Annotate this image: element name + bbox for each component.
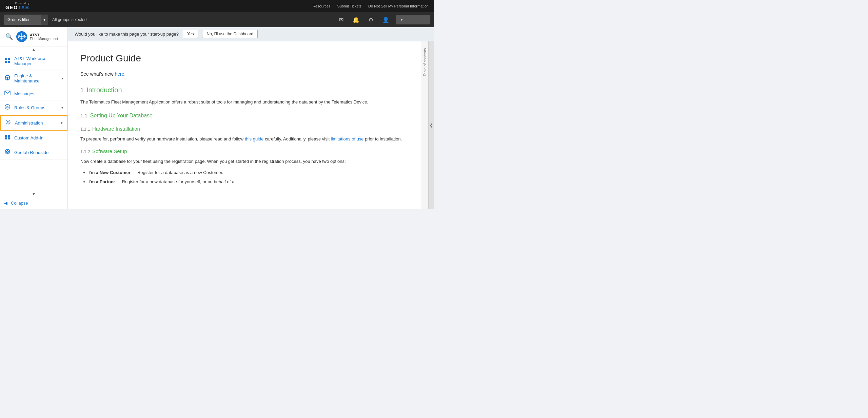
- section112-body: Now create a database for your fleet usi…: [80, 158, 409, 165]
- svg-rect-5: [8, 58, 10, 60]
- toc-label: Table of contents: [423, 48, 427, 76]
- yes-button[interactable]: Yes: [183, 30, 198, 38]
- section11-heading: 1.1 Setting Up Your Database: [80, 111, 409, 120]
- sidebar-item-messages[interactable]: Messages: [0, 87, 67, 100]
- toc-panel[interactable]: Table of contents: [421, 41, 428, 209]
- rules-chevron: ▾: [61, 106, 63, 110]
- administration-label: Administration: [15, 120, 57, 126]
- sidebar-scroll-down[interactable]: ▼: [0, 191, 67, 197]
- filter-bar-right: ✉ 🔔 ⚙ 👤 ▾: [336, 15, 430, 24]
- doc-collapse-arrow[interactable]: ❮: [428, 41, 434, 209]
- section111-body-mid: carefully. Additionally, please visit: [264, 136, 331, 141]
- section112-heading: 1.1.2 Software Setup: [80, 147, 409, 155]
- main-layout: 🔍 AT&T Fleet Management ▲: [0, 27, 434, 209]
- att-logo-svg: [18, 33, 26, 41]
- svg-point-9: [6, 77, 8, 79]
- no-dashboard-button[interactable]: No, I'll use the Dashboard: [202, 30, 258, 38]
- engine-label: Engine & Maintenance: [14, 73, 58, 83]
- sidebar-collapse-btn[interactable]: ◀ Collapse: [0, 197, 67, 209]
- svg-rect-13: [9, 77, 10, 78]
- sidebar-item-administration[interactable]: Administration ▾: [0, 115, 67, 131]
- administration-chevron: ▾: [61, 121, 63, 125]
- doc-content: Product Guide See what's new here. 1 Int…: [68, 41, 421, 209]
- svg-rect-10: [7, 75, 8, 76]
- section1-body: The Telematics Fleet Management Applicat…: [80, 99, 409, 106]
- workforce-label: AT&T Workforce Manager: [14, 56, 63, 66]
- search-icon[interactable]: 🔍: [5, 33, 13, 40]
- groups-filter-label: Groups filter: [7, 17, 29, 22]
- svg-point-18: [7, 121, 9, 123]
- section111-body-pre: To prepare for, perform and verify your …: [80, 136, 245, 141]
- list-item-1-bold: I'm a Partner: [88, 179, 115, 184]
- rules-label: Rules & Groups: [14, 105, 58, 110]
- section112-num: 1.1.2: [80, 148, 90, 155]
- sidebar-header: 🔍 AT&T Fleet Management: [0, 27, 67, 46]
- custom-addin-icon: [4, 134, 11, 141]
- section111-link1[interactable]: this guide: [245, 136, 264, 141]
- user-dropdown-button[interactable]: ▾: [396, 15, 430, 24]
- doc-area: Product Guide See what's new here. 1 Int…: [68, 41, 434, 209]
- section111-body: To prepare for, perform and verify your …: [80, 136, 409, 143]
- geotab-logo-text: GEOTAB: [5, 5, 29, 10]
- mail-icon-button[interactable]: ✉: [336, 15, 346, 24]
- svg-rect-20: [8, 135, 10, 137]
- messages-label: Messages: [14, 91, 63, 96]
- user-icon-button[interactable]: 👤: [381, 15, 391, 24]
- rules-icon: [4, 104, 11, 111]
- collapse-label: Collapse: [11, 201, 28, 206]
- section1-num: 1: [80, 86, 84, 95]
- list-item-1-text: — Register for a new database for yourse…: [115, 179, 234, 184]
- submit-tickets-link[interactable]: Submit Tickets: [337, 4, 362, 8]
- list-item-0-bold: I'm a New Customer: [88, 170, 131, 175]
- settings-icon-button[interactable]: ⚙: [366, 15, 376, 24]
- svg-point-24: [6, 151, 8, 153]
- brand-name-line2: Fleet Management: [30, 37, 58, 41]
- doc-subtitle-link[interactable]: here: [115, 71, 124, 77]
- custom-addin-label: Custom Add-In: [14, 135, 63, 140]
- section111-heading: 1.1.1 Hardware Installation: [80, 125, 409, 133]
- doc-subtitle-pre: See what's new: [80, 71, 115, 77]
- svg-rect-11: [7, 79, 8, 80]
- engine-chevron: ▾: [61, 76, 63, 81]
- svg-rect-21: [5, 137, 7, 139]
- doc-title: Product Guide: [80, 51, 409, 66]
- section1-title: Introduction: [86, 84, 122, 95]
- workforce-icon: [4, 57, 11, 65]
- sidebar-item-roadside[interactable]: Geotab Roadside: [0, 145, 67, 160]
- sidebar-item-custom-addin[interactable]: Custom Add-In: [0, 131, 67, 145]
- brand-name-line1: AT&T: [30, 33, 58, 37]
- brand-name: AT&T Fleet Management: [30, 33, 58, 41]
- startup-bar-question: Would you like to make this page your st…: [75, 32, 179, 37]
- svg-rect-22: [8, 137, 10, 139]
- sidebar-item-rules[interactable]: Rules & Groups ▾: [0, 100, 67, 115]
- top-nav-links: Resources Submit Tickets Do Not Sell My …: [313, 4, 429, 8]
- sidebar: 🔍 AT&T Fleet Management ▲: [0, 27, 68, 209]
- groups-filter-dropdown-arrow[interactable]: ▾: [41, 15, 48, 25]
- doc-subtitle: See what's new here.: [80, 70, 409, 78]
- section111-body-post: prior to installation.: [364, 136, 402, 141]
- resources-link[interactable]: Resources: [313, 4, 331, 8]
- section111-title: Hardware Installation: [92, 125, 140, 133]
- content-area: Would you like to make this page your st…: [68, 27, 434, 209]
- list-item-0: I'm a New Customer — Register for a data…: [88, 169, 409, 176]
- doc-subtitle-post: .: [124, 71, 126, 77]
- top-nav-left: Powered by GEOTAB: [5, 2, 29, 10]
- user-dropdown-arrow: ▾: [401, 18, 403, 22]
- list-item-1: I'm a Partner — Register for a new datab…: [88, 178, 409, 186]
- bell-icon-button[interactable]: 🔔: [351, 15, 361, 24]
- section111-num: 1.1.1: [80, 126, 90, 133]
- sidebar-item-workforce[interactable]: AT&T Workforce Manager: [0, 53, 67, 70]
- roadside-icon: [4, 149, 11, 156]
- roadside-label: Geotab Roadside: [14, 150, 63, 155]
- doc-list: I'm a New Customer — Register for a data…: [88, 169, 409, 186]
- do-not-sell-link[interactable]: Do Not Sell My Personal Information: [368, 4, 429, 8]
- sidebar-item-engine[interactable]: Engine & Maintenance ▾: [0, 70, 67, 87]
- top-nav: Powered by GEOTAB Resources Submit Ticke…: [0, 0, 434, 12]
- groups-filter-button[interactable]: Groups filter ▾: [4, 15, 48, 25]
- section111-link2[interactable]: limitations of use: [331, 136, 364, 141]
- svg-rect-19: [5, 135, 7, 137]
- svg-rect-4: [5, 58, 7, 60]
- engine-icon: [4, 75, 11, 82]
- sidebar-scroll-up[interactable]: ▲: [0, 46, 67, 53]
- brand-logo-circle: [16, 31, 27, 42]
